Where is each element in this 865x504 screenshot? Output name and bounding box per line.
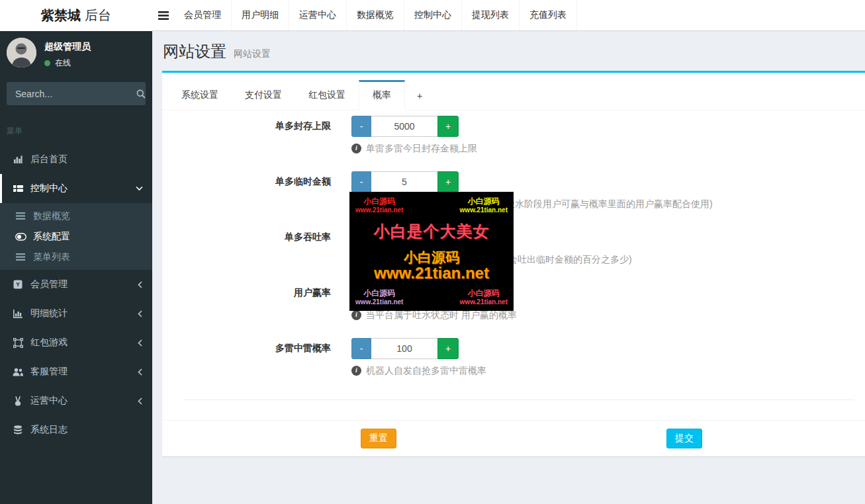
tab-system-settings[interactable]: 系统设置 bbox=[168, 81, 232, 110]
sidebar-section-label: 菜单 bbox=[0, 112, 152, 145]
watermark-url: www.21tian.net bbox=[355, 264, 508, 282]
hand-peace-icon bbox=[11, 396, 24, 406]
search-input[interactable] bbox=[14, 88, 136, 100]
sidebar-item-dashboard[interactable]: 后台首页 bbox=[0, 145, 152, 174]
card-footer: 重置 提交 bbox=[162, 420, 865, 456]
field-help-fragment: 放水阶段用户可赢与概率里面的用户赢率配合使用) bbox=[506, 198, 713, 209]
temp-amount-stepper: - + bbox=[351, 171, 713, 192]
search-icon bbox=[136, 89, 146, 99]
minus-button[interactable]: - bbox=[351, 338, 371, 359]
chevron-left-icon bbox=[138, 339, 143, 347]
field-label: 多雷中雷概率 bbox=[173, 338, 331, 376]
plus-button[interactable]: + bbox=[437, 116, 459, 137]
page-title: 网站设置 bbox=[163, 42, 226, 60]
topnav-item-control-center[interactable]: 控制中心 bbox=[404, 0, 462, 30]
seal-limit-stepper: - + bbox=[351, 116, 477, 137]
user-status-label: 在线 bbox=[55, 58, 71, 69]
field-help: i 机器人自发自抢多雷中雷概率 bbox=[351, 365, 486, 376]
sidebar: 超级管理员 在线 菜单 后台首页 控制中心 bbox=[0, 31, 152, 504]
top-header: 紫禁城 后台 会员管理 用户明细 运营中心 数据概览 控制中心 提现列表 充值列… bbox=[0, 0, 865, 31]
hamburger-icon bbox=[158, 11, 169, 20]
sidebar-toggle-button[interactable] bbox=[152, 0, 174, 30]
topnav-item-members[interactable]: 会员管理 bbox=[174, 0, 232, 30]
sidebar-item-redpacket-games[interactable]: 红包游戏 bbox=[0, 328, 152, 357]
chevron-left-icon bbox=[138, 281, 143, 288]
tab-payment-settings[interactable]: 支付设置 bbox=[232, 81, 295, 110]
plus-button[interactable]: + bbox=[437, 171, 459, 192]
tab-add-button[interactable]: + bbox=[405, 82, 434, 110]
minus-button[interactable]: - bbox=[351, 116, 371, 137]
field-label: 单多吞吐率 bbox=[173, 227, 331, 265]
info-icon: i bbox=[351, 310, 361, 320]
field-help-fragment: 会吐出临时金额的百分之多少) bbox=[508, 254, 632, 265]
topnav-item-operations[interactable]: 运营中心 bbox=[289, 0, 347, 30]
sidebar-subitem-data-overview[interactable]: 数据概览 bbox=[0, 206, 152, 226]
info-icon: i bbox=[351, 366, 361, 376]
field-label: 用户赢率 bbox=[173, 282, 331, 320]
sidebar-item-system-logs[interactable]: 系统日志 bbox=[0, 415, 152, 444]
chevron-left-icon bbox=[138, 310, 143, 317]
page-subtitle: 网站设置 bbox=[234, 48, 271, 59]
database-icon bbox=[11, 425, 24, 435]
probability-form: 单多封存上限 - + i 单雷多雷今日封存金额上限 单多临时金额 bbox=[162, 110, 865, 400]
settings-card: 系统设置 支付设置 红包设置 概率 + 单多封存上限 - + i 单雷多雷今日 bbox=[162, 71, 865, 456]
top-navbar: 会员管理 用户明细 运营中心 数据概览 控制中心 提现列表 充值列表 bbox=[152, 0, 865, 31]
field-help: i 单雷多雷今日封存金额上限 bbox=[351, 143, 477, 153]
object-group-icon bbox=[11, 338, 24, 348]
tab-redpacket-settings[interactable]: 红包设置 bbox=[295, 81, 359, 110]
topnav-item-withdraw-list[interactable]: 提现列表 bbox=[462, 0, 520, 30]
sidebar-item-members[interactable]: Y 会员管理 bbox=[0, 270, 152, 299]
brand-name-bold: 紫禁城 bbox=[41, 7, 81, 24]
multi-mine-input[interactable] bbox=[371, 338, 437, 359]
form-row-seal-limit: 单多封存上限 - + i 单雷多雷今日封存金额上限 bbox=[173, 116, 865, 153]
form-row-user-win-rate: 用户赢率 - + i 当平台属于吐水状态时 用户赢的概率 bbox=[173, 282, 865, 320]
watermark-corner-top-left: 小白源码 www.21tian.net bbox=[355, 196, 403, 215]
bar-chart-icon bbox=[11, 309, 24, 318]
search-button[interactable] bbox=[136, 88, 146, 100]
minus-button[interactable]: - bbox=[351, 171, 371, 192]
chevron-left-icon bbox=[138, 368, 143, 376]
sidebar-item-operations-center[interactable]: 运营中心 bbox=[0, 386, 152, 415]
watermark-title: 小白是个大美女 bbox=[355, 221, 508, 242]
th-list-icon bbox=[11, 184, 24, 193]
watermark-corner-bottom-right: 小白源码 www.21tian.net bbox=[460, 288, 508, 307]
multi-mine-stepper: - + bbox=[351, 338, 486, 359]
topnav-item-user-detail[interactable]: 用户明细 bbox=[232, 0, 289, 30]
list-icon bbox=[14, 253, 27, 261]
brand-name-light: 后台 bbox=[85, 7, 111, 24]
user-panel: 超级管理员 在线 bbox=[0, 31, 152, 75]
tab-probability[interactable]: 概率 bbox=[359, 80, 405, 110]
form-row-throughput-rate: 单多吞吐率 - + 会吐出临时金额的百分之多少) bbox=[173, 227, 865, 265]
form-row-multi-mine-probability: 多雷中雷概率 - + i 机器人自发自抢多雷中雷概率 bbox=[173, 338, 865, 376]
member-square-icon: Y bbox=[11, 280, 24, 289]
user-name: 超级管理员 bbox=[44, 41, 91, 53]
sidebar-item-detail-stats[interactable]: 明细统计 bbox=[0, 299, 152, 328]
sidebar-item-customer-service[interactable]: 客服管理 bbox=[0, 357, 152, 386]
avatar bbox=[7, 38, 36, 67]
plus-button[interactable]: + bbox=[437, 338, 459, 359]
tab-bar: 系统设置 支付设置 红包设置 概率 + bbox=[162, 73, 865, 110]
content-header: 网站设置 网站设置 bbox=[152, 31, 865, 71]
reset-button[interactable]: 重置 bbox=[361, 429, 396, 448]
topnav-item-data-overview[interactable]: 数据概览 bbox=[347, 0, 404, 30]
form-row-temp-amount: 单多临时金额 - + 放水阶段用户可赢与概率里面的用户赢率配合使用) bbox=[173, 171, 865, 209]
sidebar-subitem-menu-list[interactable]: 菜单列表 bbox=[0, 247, 152, 267]
submit-button[interactable]: 提交 bbox=[666, 429, 702, 448]
toggle-icon bbox=[14, 233, 27, 241]
sidebar-search-form bbox=[7, 82, 146, 105]
control-center-submenu: 数据概览 系统配置 菜单列表 bbox=[0, 203, 152, 270]
watermark-overlay: 小白源码 www.21tian.net 小白源码 www.21tian.net … bbox=[349, 192, 514, 311]
sidebar-subitem-system-config[interactable]: 系统配置 bbox=[0, 226, 152, 247]
chevron-left-icon bbox=[138, 398, 143, 405]
field-label: 单多临时金额 bbox=[173, 171, 331, 209]
online-status-dot-icon bbox=[44, 60, 50, 66]
sidebar-item-control-center[interactable]: 控制中心 bbox=[0, 174, 152, 203]
field-label: 单多封存上限 bbox=[173, 116, 331, 153]
chevron-down-icon bbox=[136, 186, 143, 191]
topnav-item-recharge-list[interactable]: 充值列表 bbox=[520, 0, 577, 30]
users-icon bbox=[11, 368, 24, 376]
brand-logo[interactable]: 紫禁城 后台 bbox=[0, 0, 152, 31]
temp-amount-input[interactable] bbox=[371, 171, 437, 192]
seal-limit-input[interactable] bbox=[371, 116, 437, 137]
svg-text:Y: Y bbox=[16, 281, 20, 288]
